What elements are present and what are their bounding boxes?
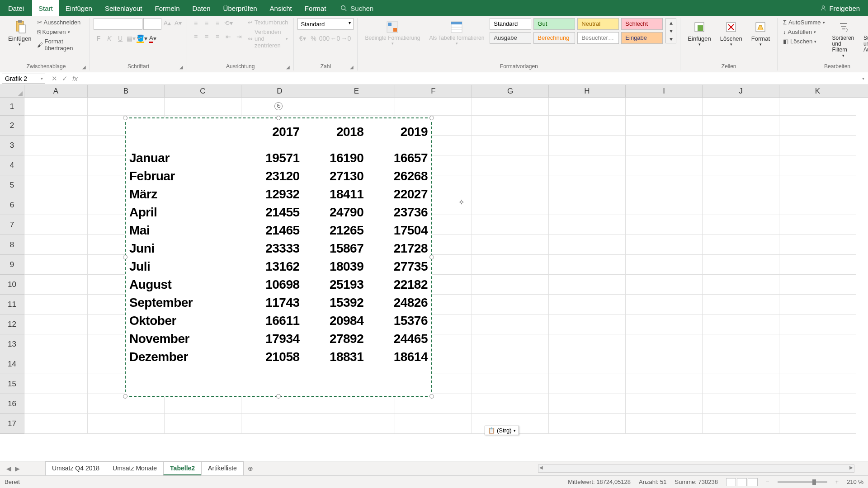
font-name-select[interactable] [94, 18, 142, 30]
cell[interactable] [549, 334, 626, 354]
align-left-button[interactable]: ≡ [191, 32, 201, 42]
row-header-17[interactable]: 17 [0, 414, 24, 434]
cell[interactable] [472, 374, 549, 394]
normal-view-button[interactable] [726, 478, 736, 486]
cell[interactable] [318, 394, 395, 414]
cell[interactable] [703, 235, 779, 255]
row-header-15[interactable]: 15 [0, 374, 24, 394]
conditional-formatting-button[interactable]: Bedingte Formatierung▾ [361, 18, 424, 47]
column-header-F[interactable]: F [395, 85, 472, 97]
row-header-16[interactable]: 16 [0, 394, 24, 414]
merge-center-button[interactable]: ⇔Verbinden und zentrieren▾ [246, 28, 290, 50]
increase-font-button[interactable]: A▴ [162, 18, 172, 28]
cell[interactable] [626, 374, 703, 394]
gallery-up-button[interactable]: ▴ [666, 19, 676, 27]
cell-style-besuchter-h-[interactable]: Besuchter H... [577, 32, 619, 44]
cell[interactable] [779, 334, 856, 354]
orientation-button[interactable]: ⟲▾ [223, 18, 233, 28]
row-header-12[interactable]: 12 [0, 314, 24, 334]
format-painter-button[interactable]: 🖌Format übertragen [35, 37, 86, 52]
gallery-down-button[interactable]: ▾ [666, 27, 676, 35]
sheet-tab-umsatz-q4-2018[interactable]: Umsatz Q4 2018 [45, 461, 106, 475]
sheet-tab-tabelle2[interactable]: Tabelle2 [163, 461, 202, 475]
cell[interactable] [779, 136, 856, 155]
cell[interactable] [626, 414, 703, 434]
format-cells-button[interactable]: Format▾ [748, 18, 774, 48]
cell[interactable] [24, 98, 88, 116]
cell[interactable] [472, 394, 549, 414]
cell-style-eingabe[interactable]: Eingabe [621, 32, 663, 44]
cell[interactable] [472, 136, 549, 155]
cell[interactable] [779, 354, 856, 374]
cell[interactable] [626, 195, 703, 215]
cell[interactable] [241, 414, 318, 434]
ribbon-tab-start[interactable]: Start [32, 0, 59, 16]
cell[interactable] [703, 295, 779, 314]
new-sheet-button[interactable]: ⊕ [243, 463, 258, 474]
row-header-9[interactable]: 9 [0, 255, 24, 275]
cell[interactable] [549, 215, 626, 235]
cell[interactable] [24, 215, 88, 235]
cell[interactable] [626, 116, 703, 136]
launcher-icon[interactable]: ◢ [179, 65, 183, 70]
font-size-select[interactable] [143, 18, 161, 30]
resize-handle-s[interactable] [276, 394, 281, 399]
ribbon-tab-daten[interactable]: Daten [186, 0, 217, 16]
cell[interactable] [703, 354, 779, 374]
cell[interactable] [395, 414, 472, 434]
zoom-slider[interactable] [778, 481, 827, 483]
align-middle-button[interactable]: ≡ [202, 18, 212, 28]
cell-style-neutral[interactable]: Neutral [577, 18, 619, 30]
decrease-font-button[interactable]: A▾ [173, 18, 183, 28]
enter-formula-button[interactable]: ✓ [62, 75, 68, 83]
cell-style-schlecht[interactable]: Schlecht [621, 18, 663, 30]
column-header-C[interactable]: C [165, 85, 241, 97]
ribbon-tab-einfügen[interactable]: Einfügen [59, 0, 99, 16]
row-header-11[interactable]: 11 [0, 295, 24, 314]
row-header-8[interactable]: 8 [0, 235, 24, 255]
column-header-J[interactable]: J [703, 85, 779, 97]
cell[interactable] [549, 235, 626, 255]
cell[interactable] [24, 255, 88, 275]
cell[interactable] [549, 314, 626, 334]
cell[interactable] [779, 394, 856, 414]
increase-decimal-button[interactable]: ←0 [330, 33, 340, 43]
decrease-decimal-button[interactable]: →0 [341, 33, 351, 43]
ribbon-tab-seitenlayout[interactable]: Seitenlayout [99, 0, 149, 16]
row-header-3[interactable]: 3 [0, 136, 24, 155]
ribbon-tab-formeln[interactable]: Formeln [149, 0, 186, 16]
zoom-out-button[interactable]: − [766, 479, 769, 485]
cell[interactable] [626, 314, 703, 334]
cell[interactable] [88, 98, 165, 116]
cell[interactable] [165, 98, 241, 116]
insert-cells-button[interactable]: Einfügen▾ [684, 18, 714, 48]
row-header-10[interactable]: 10 [0, 275, 24, 295]
cell[interactable] [779, 116, 856, 136]
cell[interactable] [703, 116, 779, 136]
italic-button[interactable]: K [104, 33, 114, 43]
row-header-14[interactable]: 14 [0, 354, 24, 374]
resize-handle-e[interactable] [429, 255, 434, 259]
cell[interactable] [626, 394, 703, 414]
cell[interactable] [549, 98, 626, 116]
cell[interactable] [703, 314, 779, 334]
cell[interactable] [165, 394, 241, 414]
cell[interactable] [779, 295, 856, 314]
decrease-indent-button[interactable]: ⇤ [223, 32, 233, 42]
cell[interactable] [472, 255, 549, 275]
cell[interactable] [24, 374, 88, 394]
row-header-1[interactable]: 1 [0, 98, 24, 116]
cell[interactable] [549, 175, 626, 195]
cell[interactable] [779, 255, 856, 275]
share-button[interactable]: Freigeben [812, 5, 868, 12]
cell[interactable] [472, 235, 549, 255]
ribbon-tab-ansicht[interactable]: Ansicht [264, 0, 298, 16]
cell[interactable] [703, 195, 779, 215]
cell[interactable] [779, 195, 856, 215]
zoom-in-button[interactable]: + [835, 479, 839, 485]
cell[interactable] [24, 175, 88, 195]
cell[interactable] [549, 414, 626, 434]
cell[interactable] [779, 314, 856, 334]
autosum-button[interactable]: ΣAutoSumme▾ [781, 18, 827, 27]
cell[interactable] [24, 314, 88, 334]
